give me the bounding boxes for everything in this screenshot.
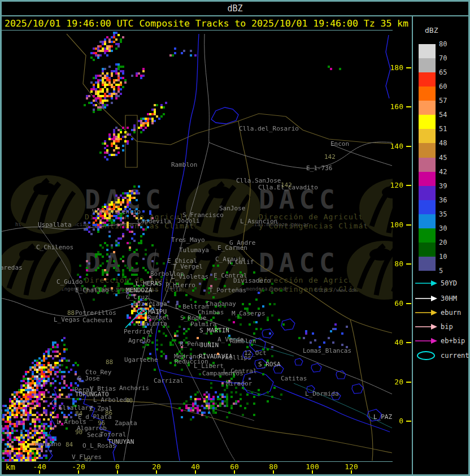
scale-boundary-label: 39 xyxy=(439,182,456,190)
scale-swatch xyxy=(419,257,436,271)
map-label: E_1-736 xyxy=(306,165,332,171)
map-label: L_Violetas xyxy=(171,274,208,280)
scale-swatch xyxy=(419,129,436,143)
map-label: G_Cruz xyxy=(126,294,149,300)
map-label: 88 xyxy=(67,310,75,316)
map-label: Catitas xyxy=(281,375,307,382)
y-axis-tick-mark xyxy=(406,421,411,422)
x-axis-tick-label: -20 xyxy=(65,462,92,471)
y-axis-tick-label: 60 xyxy=(377,299,403,308)
x-axis-tick-mark xyxy=(156,470,157,474)
scale-boundary-label: 65 xyxy=(439,68,456,76)
map-label: Lunlunta xyxy=(137,321,167,327)
y-axis-tick-label: 0 xyxy=(377,417,403,425)
legend-glyph-svg xyxy=(414,308,439,317)
legend-glyph-svg xyxy=(414,294,439,303)
y-axis-tick-label: 160 xyxy=(377,102,403,111)
eb+bip-arrow-icon xyxy=(414,336,439,345)
map-label: 142 xyxy=(281,182,292,188)
map-label: Luzuriaga xyxy=(133,301,167,307)
titlebar-separator xyxy=(0,15,470,16)
map-label: Uspallata xyxy=(38,222,72,228)
map-label: C_Chilenos xyxy=(36,244,73,250)
x-axis-tick-mark xyxy=(195,470,196,474)
radar-map-area: DACCDirección de Agriculturay Contingenc… xyxy=(2,31,393,461)
storm-track-line xyxy=(133,313,142,320)
map-label: E_Carmen xyxy=(217,245,247,251)
scale-swatch xyxy=(419,158,436,172)
map-label: S_MARTIN xyxy=(199,327,229,334)
map-label: T_Porteñas xyxy=(209,287,246,293)
x-axis-tick-mark xyxy=(39,470,40,474)
map-label: SanJose xyxy=(219,205,245,211)
scale-boundary-label: 35 xyxy=(439,210,456,218)
map-label: 92 xyxy=(84,457,92,461)
map-label: Tulumaya xyxy=(179,247,209,253)
map-label: Potrerillos xyxy=(75,310,116,316)
legend-arrow-head xyxy=(431,310,437,315)
sidebar-separator xyxy=(412,15,413,476)
map-label: P_Hierro xyxy=(166,282,195,288)
map-label: L_Dormida xyxy=(305,391,339,397)
legend-arrow-head xyxy=(431,296,437,301)
y-axis-tick-label: 140 xyxy=(377,142,403,150)
timestamp-header: 2025/10/01 19:46:00 UTC Composite Tracks… xyxy=(5,18,391,29)
x-axis-tick-label: 100 xyxy=(299,462,326,471)
map-label: Chapanay xyxy=(206,301,236,307)
y-axis-tick-mark xyxy=(406,106,411,107)
map-label: Clla.del_Rosario xyxy=(239,126,299,132)
map-label: Ugarteche xyxy=(124,357,158,363)
x-axis-tick-mark xyxy=(312,470,313,474)
scale-boundary-label: 45 xyxy=(439,154,456,162)
scale-boundary-label: 80 xyxy=(439,40,456,48)
x-axis-tick-label: 80 xyxy=(260,462,287,471)
scale-boundary-label: 54 xyxy=(439,111,456,119)
y-axis-tick-label: 40 xyxy=(377,338,403,347)
scale-boundary-label: 60 xyxy=(439,83,456,90)
scale-swatch xyxy=(419,214,436,228)
y-axis-tick-label: 100 xyxy=(377,220,403,229)
x-axis-tick-label: 20 xyxy=(143,462,170,471)
scale-swatch xyxy=(419,72,436,86)
x-axis-tick-mark xyxy=(351,470,352,474)
y-axis-tick-mark xyxy=(406,263,411,265)
y-axis-tick-mark xyxy=(406,382,411,383)
map-label: Carrizal xyxy=(154,378,184,384)
scale-swatch xyxy=(419,86,436,101)
x-axis-tick-label: 120 xyxy=(338,462,365,471)
x-axis-tick-mark xyxy=(78,470,79,474)
map-label: Cacheuta xyxy=(82,317,112,323)
map-label: Agrelo xyxy=(128,337,151,344)
map-label: Clla.SanJose xyxy=(236,178,281,184)
map-label: Lomas_Blancas xyxy=(303,348,351,354)
map-label: L.HERAS xyxy=(136,280,162,287)
y-axis-tick-mark xyxy=(406,342,411,343)
legend-glyph-svg xyxy=(414,279,439,288)
scale-swatch xyxy=(419,58,436,72)
map-label: Anchoris xyxy=(119,385,149,391)
map-label: L_Asuncion xyxy=(240,218,277,224)
map-label: Zapata xyxy=(115,420,137,426)
map-label: R_Peña xyxy=(180,341,202,347)
legend-item-label: current xyxy=(441,352,469,360)
header-km-unit: km xyxy=(397,18,408,29)
scale-boundary-label: 57 xyxy=(439,97,456,105)
scale-boundary-label: 30 xyxy=(439,224,456,232)
map-label: Campamentos xyxy=(202,370,243,377)
30HM-arrow-icon xyxy=(414,294,439,303)
scale-swatch xyxy=(419,172,436,186)
map-label: C_Guido xyxy=(56,279,82,285)
scale-swatch xyxy=(419,101,436,115)
y-axis-tick-mark xyxy=(406,67,411,68)
map-label: 40 xyxy=(125,397,133,404)
y-axis-tick-mark xyxy=(406,303,411,304)
x-axis-tick-mark xyxy=(117,470,118,474)
x-axis-tick-mark xyxy=(273,470,274,474)
scale-boundary-label: 48 xyxy=(439,139,456,147)
map-label: Totoral xyxy=(100,431,126,438)
map-label: S_ROSA xyxy=(258,361,281,367)
window-title: dBZ xyxy=(0,3,470,14)
x-axis-tick-mark xyxy=(234,470,235,474)
scale-boundary-label: 10 xyxy=(439,253,456,261)
map-label: Capdevila xyxy=(137,218,171,224)
